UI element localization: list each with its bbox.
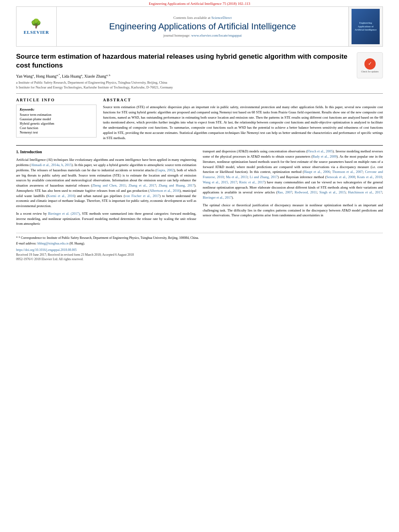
journal-title-block: Contents lists available at ScienceDirec… <box>57 7 348 46</box>
thumb-text: Engineering Applications of Artificial I… <box>353 21 378 31</box>
keyword-1: Source term estimation <box>20 113 93 117</box>
ref-zheng[interactable]: Zheng and Chen, 2011 <box>92 183 126 187</box>
intro-heading: 1. Introduction <box>16 149 196 155</box>
affil-a: a Institute of Public Safety Research, D… <box>16 80 383 85</box>
abstract-text: Source term estimation (STE) of atmosphe… <box>103 105 383 140</box>
main-content: Source term estimation of hazardous mate… <box>0 52 399 261</box>
received-line: Received 19 June 2017; Received in revis… <box>16 253 383 257</box>
ref-ma2013[interactable]: Ma et al., 2013 <box>226 175 248 179</box>
article-title: Source term estimation of hazardous mate… <box>16 52 383 70</box>
ref-bady[interactable]: Bady et al., 2009 <box>313 154 337 158</box>
authors-line: Yan Wanga, Hong Huanga,*, Lida Huanga, X… <box>16 73 383 78</box>
ref-haupt[interactable]: Haupt et al., 2006 <box>304 170 330 174</box>
separator-2 <box>16 145 383 146</box>
intro-p1: Artificial Intelligence (AI) techniques … <box>16 157 196 209</box>
footnote-email-line: E-mail address: hhhng@tsinghua.edu.cn (H… <box>16 241 383 246</box>
ref-hutchinson[interactable]: Hutchinson et al., 2017 <box>348 190 382 194</box>
check-for-updates-badge: ✓ Check for updates <box>357 52 383 78</box>
journal-homepage: journal homepage: www.elsevier.com/locat… <box>163 33 242 37</box>
journal-ref-top: Engineering Applications of Artificial I… <box>0 0 399 6</box>
doi-anchor[interactable]: https://doi.org/10.1016/j.engappai.2018.… <box>16 248 77 252</box>
ref-singh[interactable]: Singh et al., 2015 <box>319 190 346 194</box>
ref-rao[interactable]: Rao, 2007 <box>278 190 292 194</box>
ref-flesch[interactable]: Flesch et al., 2005 <box>307 149 333 153</box>
journal-ref-link[interactable]: Engineering Applications of Artificial I… <box>149 2 250 6</box>
elsevier-logo-block: 🌳 ELSEVIER <box>16 7 57 46</box>
journal-header: 🌳 ELSEVIER Contents lists available at S… <box>16 6 383 47</box>
ref-bieringer[interactable]: Bieringer et al. (2017) <box>48 212 80 216</box>
ref-keats[interactable]: Keats et al., 2010 <box>357 175 382 179</box>
footnote-email-suffix: (H. Huang). <box>70 242 85 245</box>
doi-section: https://doi.org/10.1016/j.engappai.2018.… <box>16 248 383 261</box>
abstract-col: ABSTRACT Source term estimation (STE) of… <box>103 98 383 140</box>
ref-kormi[interactable]: Kormi et al., 2016 <box>47 194 74 198</box>
keyword-3: Hybrid genetic algorithm <box>20 121 93 125</box>
body-content: 1. Introduction Artificial Intelligence … <box>16 149 383 229</box>
intro-p2: In a recent review by Bieringer et al. (… <box>16 211 196 226</box>
article-info-label: ARTICLE INFO <box>16 98 97 102</box>
keywords-title: Keywords: <box>20 107 93 111</box>
ref-thomson[interactable]: Thomson et al., 2007 <box>332 170 363 174</box>
ref-gupta[interactable]: Gupta, 2002 <box>156 168 174 172</box>
abstract-label: ABSTRACT <box>103 98 383 102</box>
body-right-p2: The optimal choice or theoretical justif… <box>203 203 383 218</box>
elsevier-label: ELSEVIER <box>24 30 49 35</box>
ref-albertson[interactable]: Albertson et al., 2016 <box>150 189 180 193</box>
check-label: Check for updates <box>361 70 379 73</box>
keyword-2: Gaussian plume model <box>20 117 93 121</box>
ref-senocak[interactable]: Senocak et al., 2008 <box>326 175 355 179</box>
ref-ahmadi[interactable]: Ahmadi et al., 2014a, b, 2015 <box>31 163 72 167</box>
journal-thumbnail: Engineering Applications of Artificial I… <box>352 9 380 44</box>
article-title-section: Source term estimation of hazardous mate… <box>16 52 383 70</box>
separator-1 <box>16 93 383 94</box>
article-info-abstract: ARTICLE INFO Keywords: Source term estim… <box>16 98 383 140</box>
contents-available: Contents lists available at ScienceDirec… <box>173 16 232 20</box>
affiliations: a Institute of Public Safety Research, D… <box>16 80 383 90</box>
ref-li2017[interactable]: Li and Zhang, 2017 <box>250 175 278 179</box>
ref-vonfischer[interactable]: von Fischer et al., 2017 <box>125 194 159 198</box>
copyright-line: 0952-1976/© 2018 Elsevier Ltd. All right… <box>16 257 383 261</box>
journal-title: Engineering Applications of Artificial I… <box>109 21 296 32</box>
homepage-url[interactable]: www.elsevier.com/locate/engappai <box>191 33 242 37</box>
affil-b: b Institute for Nuclear and Energy Techn… <box>16 85 383 90</box>
ref-redwood[interactable]: Redwood, 2011 <box>295 190 317 194</box>
ref-zhang2017[interactable]: Zhang et al., 2017 <box>128 183 156 187</box>
journal-thumbnail-block: Engineering Applications of Artificial I… <box>348 7 383 46</box>
footnote-star: * <box>16 236 18 240</box>
body-col-right: transport and dispersion (AT&D) models u… <box>203 149 383 229</box>
article-info-col: ARTICLE INFO Keywords: Source term estim… <box>16 98 97 140</box>
footnote-section: * * Correspondence to: Institute of Publ… <box>16 233 383 246</box>
footnote-email-link[interactable]: hhhng@tsinghua.edu.cn <box>37 242 69 245</box>
footnote-corr: * * Correspondence to: Institute of Publ… <box>16 236 383 240</box>
elsevier-tree-icon: 🌳 <box>24 18 49 30</box>
keyword-5: Nemenyi test <box>20 130 93 134</box>
ref-ristic[interactable]: Ristic et al., 2017 <box>239 180 265 184</box>
ref-bieringer2[interactable]: Bieringer et al., 2017 <box>203 195 232 199</box>
science-direct-link[interactable]: ScienceDirect <box>212 16 232 20</box>
keyword-4: Cost function <box>20 126 93 130</box>
ref-zhang-huang[interactable]: Zhang and Huang, 2017 <box>158 183 194 187</box>
body-right-p1: transport and dispersion (AT&D) models u… <box>203 149 383 200</box>
ref-wang2015[interactable]: Wang et al., 2015, 2017 <box>203 180 237 184</box>
check-circle-icon: ✓ <box>364 58 376 70</box>
body-col-left: 1. Introduction Artificial Intelligence … <box>16 149 196 229</box>
doi-link: https://doi.org/10.1016/j.engappai.2018.… <box>16 248 383 252</box>
keywords-box: Keywords: Source term estimation Gaussia… <box>16 105 97 138</box>
